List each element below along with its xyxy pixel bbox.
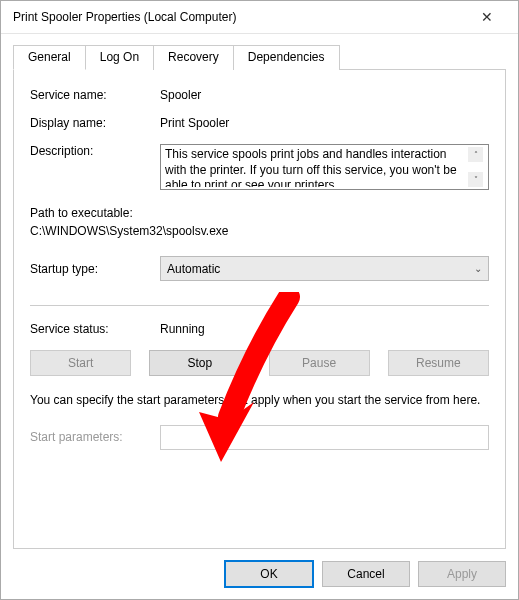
tab-dependencies[interactable]: Dependencies bbox=[233, 45, 340, 70]
close-button[interactable]: ✕ bbox=[464, 2, 510, 32]
startup-type-select[interactable]: Automatic ⌄ bbox=[160, 256, 489, 281]
dialog-footer: OK Cancel Apply bbox=[1, 549, 518, 599]
display-name-label: Display name: bbox=[30, 116, 160, 130]
start-parameters-label: Start parameters: bbox=[30, 430, 160, 444]
properties-window: Print Spooler Properties (Local Computer… bbox=[0, 0, 519, 600]
start-button: Start bbox=[30, 350, 131, 376]
pause-button: Pause bbox=[269, 350, 370, 376]
startup-type-label: Startup type: bbox=[30, 262, 160, 276]
tab-general[interactable]: General bbox=[13, 45, 86, 70]
scroll-down-icon[interactable]: ˅ bbox=[468, 172, 483, 187]
close-icon: ✕ bbox=[481, 9, 493, 25]
titlebar: Print Spooler Properties (Local Computer… bbox=[1, 1, 518, 34]
description-scrollbar[interactable]: ˄ ˅ bbox=[467, 147, 484, 187]
cancel-button[interactable]: Cancel bbox=[322, 561, 410, 587]
tab-logon[interactable]: Log On bbox=[85, 45, 154, 70]
separator bbox=[30, 305, 489, 306]
service-status-value: Running bbox=[160, 322, 489, 336]
tab-recovery[interactable]: Recovery bbox=[153, 45, 234, 70]
ok-button[interactable]: OK bbox=[224, 560, 314, 588]
service-status-label: Service status: bbox=[30, 322, 160, 336]
start-parameters-row: Start parameters: bbox=[30, 425, 489, 450]
service-name-label: Service name: bbox=[30, 88, 160, 102]
path-block: Path to executable: C:\WINDOWS\System32\… bbox=[30, 204, 489, 240]
window-title: Print Spooler Properties (Local Computer… bbox=[13, 10, 464, 24]
apply-button: Apply bbox=[418, 561, 506, 587]
display-name-value: Print Spooler bbox=[160, 116, 489, 130]
scroll-up-icon[interactable]: ˄ bbox=[468, 147, 483, 162]
stop-button[interactable]: Stop bbox=[149, 350, 250, 376]
service-control-buttons: Start Stop Pause Resume bbox=[30, 350, 489, 376]
path-label: Path to executable: bbox=[30, 204, 489, 222]
general-panel: Service name: Spooler Display name: Prin… bbox=[13, 70, 506, 549]
service-name-value: Spooler bbox=[160, 88, 489, 102]
description-box: This service spools print jobs and handl… bbox=[160, 144, 489, 190]
description-text: This service spools print jobs and handl… bbox=[165, 147, 467, 187]
tab-bar: General Log On Recovery Dependencies bbox=[13, 44, 506, 70]
resume-button: Resume bbox=[388, 350, 489, 376]
parameters-note: You can specify the start parameters tha… bbox=[30, 392, 489, 409]
startup-type-value: Automatic bbox=[167, 262, 220, 276]
start-parameters-input bbox=[160, 425, 489, 450]
path-value: C:\WINDOWS\System32\spoolsv.exe bbox=[30, 222, 489, 240]
chevron-down-icon: ⌄ bbox=[474, 263, 482, 274]
description-label: Description: bbox=[30, 144, 160, 158]
